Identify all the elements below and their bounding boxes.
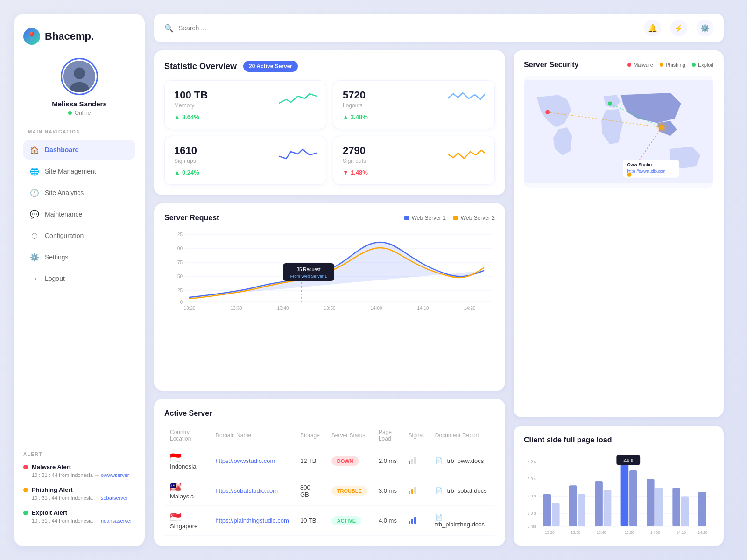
logout-icon: → [30, 274, 39, 283]
security-legend: Malware Phishing Exploit [627, 62, 713, 68]
logouts-card: 5720 Logouts ▲ 3.48% [333, 80, 495, 129]
phishing-sec-dot [660, 63, 663, 67]
svg-rect-64 [629, 470, 637, 526]
status-singapore: ACTIVE [326, 506, 373, 536]
phishing-link[interactable]: sobatserver [101, 495, 127, 501]
flag-singapore: 🇸🇬 [170, 512, 182, 522]
svg-rect-31 [414, 487, 416, 494]
settings-icon[interactable]: ⚙️ [697, 20, 713, 36]
memory-trend: ▲ 3.64% [174, 113, 317, 120]
doc-icon: 📄 [435, 457, 443, 464]
malware-sec-label: Malware [634, 62, 653, 68]
chat-icon: 💬 [30, 210, 39, 219]
country-singapore: 🇸🇬 Singapore [164, 506, 210, 536]
sec-legend-malware: Malware [627, 62, 653, 68]
exploit-sec-dot [692, 63, 696, 67]
profile-status: Online [68, 110, 91, 116]
client-load-section: Client side full page load 4.0 s 3.0 s 2… [514, 426, 724, 546]
sidebar-item-label: Configuration [45, 232, 84, 239]
sidebar-item-label: Maintenance [45, 210, 82, 218]
signups-trend: ▲ 0.24% [174, 169, 317, 176]
sidebar-item-settings[interactable]: ⚙️ Settings [23, 247, 135, 267]
stat-cards: 100 TB Memory ▲ 3.64% [164, 80, 495, 185]
pageload-singapore: 4.0 ms [373, 506, 403, 536]
svg-text:14:00: 14:00 [370, 306, 382, 311]
trend-value: 0.24% [182, 169, 199, 176]
svg-text:75: 75 [177, 260, 183, 265]
status-indicator [68, 111, 72, 115]
client-load-svg: 4.0 s 3.0 s 2.0 s 1.0 s 0 ms [524, 452, 713, 545]
svg-text:1.0 s: 1.0 s [528, 511, 536, 516]
svg-rect-60 [578, 494, 585, 526]
nav-items: 🏠 Dashboard 🌐 Site Management 🕐 Site Ana… [23, 140, 135, 430]
svg-text:125: 125 [175, 232, 183, 237]
svg-text:Oww Studio: Oww Studio [627, 162, 652, 167]
trend-value: 3.48% [351, 113, 368, 120]
trend-arrow: ▲ [343, 113, 349, 120]
svg-text:14:20: 14:20 [464, 306, 475, 311]
svg-text:0 ms: 0 ms [528, 524, 536, 529]
security-title: Server Security [524, 61, 578, 69]
svg-text:25: 25 [177, 288, 183, 293]
sidebar-item-label: Site Management [45, 168, 96, 175]
malware-alert: Malware Alert 10 : 31 : 44 from Indonesi… [23, 463, 135, 478]
status-badge-down: DOWN [331, 456, 359, 466]
signouts-value: 2790 [343, 145, 366, 157]
sidebar-item-site-analytics[interactable]: 🕐 Site Analytics [23, 183, 135, 203]
svg-text:13:40: 13:40 [597, 530, 606, 535]
malware-link[interactable]: owwwserver [101, 472, 129, 478]
signups-label: Sign ups [174, 158, 197, 164]
statistic-overview: Statistic Overview 20 Active Server 100 … [154, 50, 505, 195]
search-input[interactable] [178, 24, 272, 32]
sidebar-item-site-management[interactable]: 🌐 Site Management [23, 161, 135, 181]
col-pageload: Page Load [373, 425, 403, 446]
active-server-title: Active Server [164, 409, 495, 418]
svg-rect-57 [543, 494, 551, 526]
client-load-title: Client side full page load [524, 436, 612, 444]
logouts-trend: ▲ 3.48% [343, 113, 485, 120]
hexagon-icon: ⬡ [30, 231, 39, 240]
sidebar-item-maintenance[interactable]: 💬 Maintenance [23, 204, 135, 224]
svg-rect-32 [409, 521, 410, 524]
svg-text:13:20: 13:20 [545, 530, 555, 535]
sidebar-item-logout[interactable]: → Logout [23, 269, 135, 288]
phishing-alert-title: Phishing Alert [32, 486, 73, 493]
activity-icon[interactable]: ⚡ [670, 20, 687, 36]
sidebar-item-configuration[interactable]: ⬡ Configuration [23, 226, 135, 245]
table-row: 🇲🇾 Malaysia https://sobatstudio.com 800 … [164, 476, 495, 506]
svg-text:3.0 s: 3.0 s [528, 476, 536, 481]
svg-rect-33 [411, 519, 413, 524]
left-column: Statistic Overview 20 Active Server 100 … [154, 50, 505, 546]
nav-label: MAIN NAVIGATION [23, 129, 135, 134]
sidebar-item-dashboard[interactable]: 🏠 Dashboard [23, 140, 135, 160]
svg-point-40 [656, 122, 667, 133]
signal-medium-icon [409, 486, 418, 494]
clock-icon: 🕐 [30, 188, 39, 197]
server-request-section: Server Request Web Server 1 Web Server 2 [154, 203, 505, 391]
svg-rect-28 [414, 457, 416, 464]
signups-chart [279, 145, 317, 163]
svg-text:14:10: 14:10 [417, 306, 429, 311]
col-signal: Signal [403, 425, 430, 446]
domain-link-malaysia[interactable]: https://sobatstudio.com [215, 487, 278, 494]
topbar: 🔍 🔔 ⚡ ⚙️ [154, 14, 724, 42]
pageload-indonesia: 2.0 ms [373, 446, 403, 476]
domain-link-indonesia[interactable]: https://owwstudio.com [215, 457, 275, 464]
malware-dot [23, 465, 28, 469]
security-section: Server Security Malware Phishing [514, 50, 724, 417]
server-table: Country Location Domain Name Storage Ser… [164, 425, 495, 536]
sec-legend-phishing: Phishing [660, 62, 685, 68]
exploit-link[interactable]: noansaserver [101, 518, 132, 524]
avatar [63, 61, 95, 92]
phishing-alert: Phishing Alert 10 : 31 : 44 from Indones… [23, 486, 135, 501]
logouts-label: Logouts [343, 102, 366, 109]
doc-singapore: 📄 trb_plainthng.docs [430, 506, 495, 536]
domain-link-singapore[interactable]: https://plainthingstudio.com [215, 517, 289, 524]
active-badge: 20 Active Server [243, 61, 298, 72]
flag-malaysia: 🇲🇾 [170, 482, 182, 492]
notification-bell[interactable]: 🔔 [644, 20, 661, 36]
flag-indonesia: 🇮🇩 [170, 452, 182, 462]
signouts-label: Sign outs [343, 158, 366, 164]
profile-area: Melissa Sanders Online [23, 58, 135, 116]
malware-alert-title: Malware Alert [32, 463, 71, 470]
